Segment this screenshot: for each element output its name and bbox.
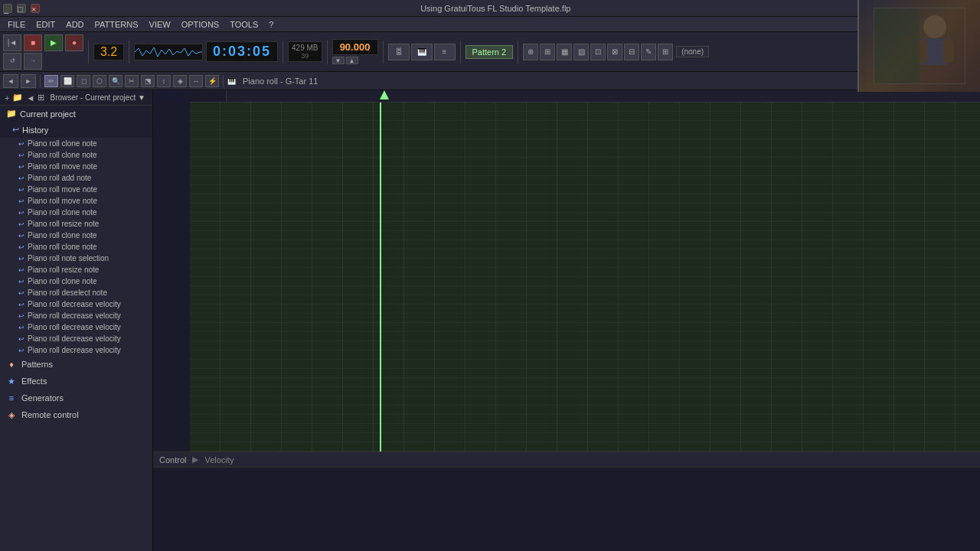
menu-view[interactable]: VIEW [145,17,175,32]
pattern-button[interactable]: Pattern 2 [466,45,514,59]
history-item-9[interactable]: ↩Piano roll clone note [0,241,152,253]
history-item-7[interactable]: ↩Piano roll resize note [0,218,152,230]
menu-help[interactable]: ? [264,17,278,32]
history-item-icon: ↩ [18,335,24,343]
history-item-17[interactable]: ↩Piano roll decrease velocity [0,333,152,344]
piano-btn[interactable]: 🎹 [411,44,433,60]
tool-deform[interactable]: ⬡ [93,75,106,87]
grid-area[interactable] [190,103,980,452]
patterns-icon: ♦ [6,359,17,370]
sidebar-folder-icon[interactable]: 📁 [12,93,23,103]
history-item-2[interactable]: ↩Piano roll move note [0,161,152,172]
stop-btn[interactable]: ■ [24,34,42,51]
velocity-canvas[interactable] [153,468,943,551]
bpm-up[interactable]: ▲ [346,57,358,64]
window-title: Using GratuiTous FL Studio Template.flp [44,4,947,13]
history-item-13[interactable]: ↩Piano roll deselect note [0,287,152,298]
history-item-icon: ↩ [18,289,24,297]
tool-fliph[interactable]: ↔ [189,75,203,87]
tool-select[interactable]: ⬜ [60,75,74,87]
history-item-3[interactable]: ↩Piano roll add note [0,172,152,184]
history-header[interactable]: ↩ History [0,122,152,138]
minimize-btn[interactable]: _ [3,4,12,13]
menu-options[interactable]: OPTIONS [177,17,224,32]
history-item-icon: ↩ [18,197,24,205]
tool-flipv[interactable]: ⚡ [205,75,219,87]
piano2-btn[interactable]: ▦ [557,44,572,60]
menu-tools[interactable]: TOOLS [225,17,263,32]
step-btn[interactable]: → [24,53,42,70]
menu-edit[interactable]: EDIT [31,17,60,32]
ruler [190,90,980,103]
history-item-14[interactable]: ↩Piano roll decrease velocity [0,298,152,310]
sep5 [383,41,384,64]
history-item-8[interactable]: ↩Piano roll clone note [0,230,152,241]
velocity-label: Velocity [204,455,234,465]
link-btn[interactable]: ⊟ [624,44,639,60]
maximize-btn[interactable]: □ [17,4,26,13]
sidebar-item-patterns[interactable]: ♦Patterns [0,356,152,373]
play-btn[interactable]: ▶ [44,34,63,51]
webcam-content [859,0,980,92]
sidebar-item-generators[interactable]: ≡Generators [0,390,152,406]
tool-zoom[interactable]: 🔍 [109,75,122,87]
folder-icon: 📁 [6,109,17,119]
menu-file[interactable]: FILE [3,17,30,32]
history-item-18[interactable]: ↩Piano roll decrease velocity [0,344,152,356]
sidebar-add-icon[interactable]: + [5,93,9,103]
tool-slice[interactable]: ✂ [125,75,139,87]
bpm-down[interactable]: ▼ [332,57,345,64]
filter-btn[interactable]: ⊠ [607,44,622,60]
history-item-5[interactable]: ↩Piano roll move note [0,195,152,207]
mute-btn[interactable]: ⊡ [590,44,606,60]
snap-btn[interactable]: ⊕ [523,44,538,60]
tool-strum[interactable]: ↕ [157,75,171,87]
history-item-0[interactable]: ↩Piano roll clone note [0,138,152,149]
memory-display: 429 MB 39 [288,41,322,62]
history-item-6[interactable]: ↩Piano roll clone note [0,207,152,218]
zoom-btn[interactable]: ⊞ [658,44,673,60]
transport-bar: |◄ ■ ▶ ● ↺ → 3.2 0:03:05 429 MB 39 90.00… [0,32,980,72]
sidebar-item-remote control[interactable]: ◈Remote control [0,406,152,423]
history-item-11[interactable]: ↩Piano roll resize note [0,264,152,276]
edit-btn[interactable]: ✎ [641,44,656,60]
history-item-12[interactable]: ↩Piano roll clone note [0,276,152,287]
history-item-label: Piano roll clone note [28,208,97,217]
magnet-btn[interactable]: ⊞ [540,44,555,60]
sidebar-grid-icon[interactable]: ⊞ [38,93,44,103]
history-item-1[interactable]: ↩Piano roll clone note [0,149,152,161]
browser-back[interactable]: ◄ [3,74,18,88]
loop-btn[interactable]: ↺ [3,53,21,70]
record-btn[interactable]: ● [65,34,83,51]
control-header: Control ▶ Velocity [153,452,980,468]
sidebar-item-effects[interactable]: ★Effects [0,373,152,390]
mixer-btn[interactable]: 🎛 [388,44,410,60]
close-btn[interactable]: × [31,4,40,13]
tool-draw[interactable]: ✏ [44,75,58,87]
browser-fwd[interactable]: ► [21,74,36,88]
main-area: + 📁 ◄ ⊞ Browser - Current project ▼ 📁 Cu… [0,90,980,551]
current-project-header[interactable]: 📁 Current project [0,106,152,122]
history-item-16[interactable]: ↩Piano roll decrease velocity [0,321,152,333]
effects-icon: ★ [6,376,17,386]
menu-patterns[interactable]: PATTERNS [90,17,143,32]
history-item-icon: ↩ [18,324,24,331]
sidebar-left-icon[interactable]: ◄ [26,93,34,103]
history-item-4[interactable]: ↩Piano roll move note [0,184,152,195]
menu-add[interactable]: ADD [61,17,88,32]
prev-btn[interactable]: |◄ [3,34,21,51]
history-item-label: Piano roll decrease velocity [28,300,121,308]
playlist-btn[interactable]: ≡ [434,44,456,60]
sidebar-item-label: Generators [21,393,64,403]
stutter-btn[interactable]: ▧ [573,44,589,60]
waveform-display [134,44,203,60]
tool-paint[interactable]: ⬔ [141,75,155,87]
history-item-10[interactable]: ↩Piano roll note selection [0,253,152,264]
bpm-display[interactable]: 90.000 [332,39,378,55]
right-toolbar-icons: ⊕ ⊞ ▦ ▧ ⊡ ⊠ ⊟ ✎ ⊞ [523,44,673,60]
history-item-label: Piano roll decrease velocity [28,334,121,343]
tool-erase[interactable]: ◻ [77,75,90,87]
history-item-15[interactable]: ↩Piano roll decrease velocity [0,310,152,321]
tool-pluck[interactable]: ◈ [173,75,187,87]
piano-icon: 🎹 [227,77,236,85]
